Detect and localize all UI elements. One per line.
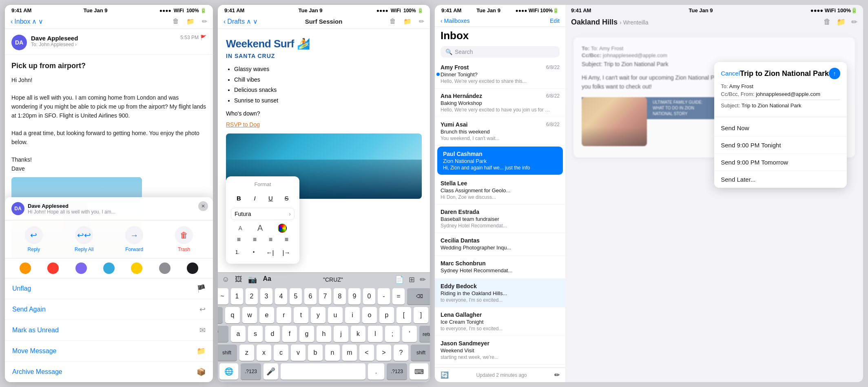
- kb-hide-key[interactable]: ⌨: [410, 363, 428, 380]
- indent-more-button[interactable]: |→: [280, 246, 293, 259]
- p2-compose-icon[interactable]: ✏: [419, 18, 424, 25]
- ctx-close-button[interactable]: ✕: [198, 201, 208, 211]
- kb-3-key[interactable]: 3: [260, 288, 272, 305]
- kb-mic-key[interactable]: 🎤: [264, 363, 278, 380]
- ctx-movemessage-item[interactable]: Move Message 📁: [5, 341, 213, 362]
- kb-f-key[interactable]: f: [282, 326, 297, 342]
- kb-space-key[interactable]: [281, 363, 365, 380]
- kb-n-key[interactable]: n: [325, 345, 340, 361]
- kb-gt-key[interactable]: >: [376, 345, 391, 361]
- send-menu-cancel-button[interactable]: Cancel: [721, 70, 740, 77]
- kb-period-key[interactable]: .: [368, 363, 384, 380]
- send-tonight-item[interactable]: Send 9:00 PM Tonight: [714, 137, 847, 154]
- strikethrough-button[interactable]: S: [280, 191, 293, 205]
- p2-back-label[interactable]: Drafts: [227, 18, 245, 25]
- ctx-reply-button[interactable]: ↩ Reply: [25, 226, 43, 252]
- kb-123-right-key[interactable]: .?123: [387, 363, 407, 380]
- p2-nav-down[interactable]: ∨: [253, 18, 258, 25]
- p2-nav-up[interactable]: ∧: [246, 18, 251, 25]
- ctx-archive-item[interactable]: Archive Message 📦: [5, 362, 213, 382]
- kb-1-key[interactable]: 1: [231, 288, 243, 305]
- kb-p-key[interactable]: p: [379, 307, 394, 323]
- ctx-markunread-item[interactable]: Mark as Unread ✉: [5, 320, 213, 341]
- kb-a-key[interactable]: a: [231, 326, 246, 342]
- kb-rbracket-key[interactable]: ]: [414, 307, 428, 323]
- list-unordered-button[interactable]: •: [247, 246, 260, 259]
- ctx-forward-button[interactable]: → Forward: [125, 226, 143, 252]
- kb-m-key[interactable]: m: [342, 345, 357, 361]
- kb-0-key[interactable]: 0: [363, 288, 375, 305]
- list-item[interactable]: Cecilia Dantas Wedding Photographer Inqu…: [435, 233, 565, 256]
- rsvp-link[interactable]: RSVP to Dog: [226, 120, 422, 129]
- send-later-item[interactable]: Send Later...: [714, 171, 847, 188]
- p2-trash-icon[interactable]: 🗑: [390, 18, 396, 25]
- list-item[interactable]: Yumi Asai 6/8/22 Brunch this weekend You…: [435, 117, 565, 146]
- list-item[interactable]: Stella Lee Class Assignment for Geolo...…: [435, 176, 565, 205]
- indent-less-button[interactable]: ←|: [264, 246, 277, 259]
- main-compose-icon[interactable]: ✏: [851, 18, 857, 27]
- emoji-black[interactable]: [187, 262, 198, 274]
- kb-i-key[interactable]: i: [345, 307, 360, 323]
- kb-k-key[interactable]: k: [351, 326, 365, 342]
- align-right-icon[interactable]: ≡: [269, 236, 272, 243]
- send-now-menu-item[interactable]: Send Now: [714, 120, 847, 137]
- list-item[interactable]: Daren Estrada Baseball team fundraiser S…: [435, 205, 565, 233]
- kb-j-key[interactable]: j: [334, 326, 348, 342]
- list-item[interactable]: Amy Frost 6/8/22 Dinner Tonight? Hello, …: [435, 60, 565, 89]
- list-item-active[interactable]: Paul Cashman Zion National Park Hi, Zion…: [437, 147, 563, 175]
- bold-button[interactable]: B: [232, 191, 246, 205]
- kb-b-key[interactable]: b: [308, 345, 323, 361]
- nav-down-icon[interactable]: ∨: [38, 18, 43, 25]
- kb-capslock-key[interactable]: caps lock: [218, 326, 228, 342]
- kb-shift-left-key[interactable]: shift: [218, 345, 237, 361]
- kb-tilde-key[interactable]: ~: [218, 288, 228, 305]
- kb-9-key[interactable]: 9: [348, 288, 361, 305]
- kb-5-key[interactable]: 5: [290, 288, 302, 305]
- kb-doc-icon[interactable]: 📄: [395, 275, 404, 284]
- compose-icon[interactable]: ✏: [202, 18, 207, 25]
- p2-nav-left[interactable]: ‹ Drafts ∧ ∨: [224, 18, 258, 25]
- font-picker[interactable]: Futura ›: [231, 208, 294, 220]
- kb-8-key[interactable]: 8: [334, 288, 346, 305]
- send-now-button[interactable]: ↑: [829, 68, 840, 79]
- edit-button[interactable]: Edit: [550, 18, 560, 24]
- kb-6-key[interactable]: 6: [304, 288, 317, 305]
- mailboxes-back-button[interactable]: ‹ Mailboxes: [441, 18, 470, 24]
- kb-image-icon[interactable]: 🖼: [235, 275, 242, 284]
- folder-icon[interactable]: 📁: [186, 18, 195, 25]
- kb-emoji-icon[interactable]: ☺: [222, 275, 229, 284]
- ctx-trash-button[interactable]: 🗑 Trash: [175, 226, 193, 252]
- kb-h-key[interactable]: h: [317, 326, 331, 342]
- align-justify-icon[interactable]: ≡: [285, 236, 288, 243]
- kb-equals-key[interactable]: =: [392, 288, 405, 305]
- emoji-orange[interactable]: [20, 262, 31, 274]
- emoji-gray[interactable]: [159, 262, 170, 274]
- kb-question-key[interactable]: ?: [394, 345, 408, 361]
- list-item[interactable]: Jason Sandmeyer Weekend Visit starting n…: [435, 336, 565, 365]
- list-item[interactable]: Rinchen Lama Phone Interview Confirma...…: [435, 365, 565, 367]
- kb-123-key[interactable]: .?123: [241, 363, 261, 380]
- font-size-small[interactable]: A: [239, 225, 242, 231]
- kb-quote-key[interactable]: ': [402, 326, 417, 342]
- kb-emoji-key[interactable]: 🌐: [219, 363, 238, 380]
- kb-e-key[interactable]: e: [259, 307, 274, 323]
- emoji-purple[interactable]: [75, 262, 87, 274]
- ctx-replyall-button[interactable]: ↩↩ Reply All: [75, 226, 94, 252]
- align-center-icon[interactable]: ≡: [253, 236, 257, 243]
- nav-left[interactable]: ‹ Inbox ∧ ∨: [11, 18, 43, 25]
- kb-camera-icon[interactable]: 📷: [248, 275, 257, 284]
- kb-t-key[interactable]: t: [294, 307, 308, 323]
- emoji-blue[interactable]: [103, 262, 115, 274]
- main-trash-icon[interactable]: 🗑: [824, 18, 831, 27]
- kb-aa-button[interactable]: Aa: [263, 275, 271, 284]
- list-item[interactable]: Eddy Bedock Riding in the Oakland Hills.…: [435, 279, 565, 307]
- list-item[interactable]: Ana Hernández 6/8/22 Baking Workshop Hel…: [435, 89, 565, 117]
- footer-compose-icon[interactable]: ✏: [554, 371, 560, 379]
- list-item[interactable]: Marc Schonbrun Sydney Hotel Recommendat.…: [435, 256, 565, 279]
- kb-s-key[interactable]: s: [248, 326, 263, 342]
- ctx-unflag-item[interactable]: Unflag 🏴: [5, 278, 213, 299]
- kb-4-key[interactable]: 4: [275, 288, 287, 305]
- back-label[interactable]: Inbox: [14, 18, 30, 25]
- italic-button[interactable]: I: [248, 191, 261, 205]
- kb-2-key[interactable]: 2: [246, 288, 258, 305]
